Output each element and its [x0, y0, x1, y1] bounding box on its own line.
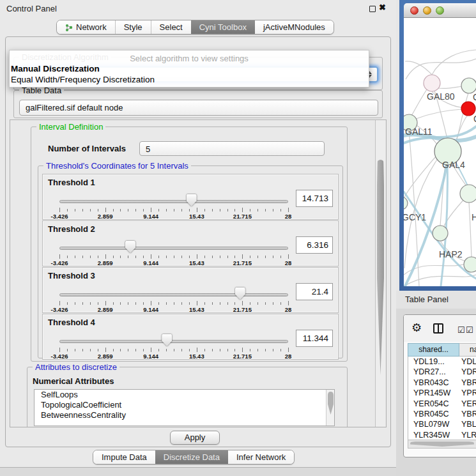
threshold-value-field[interactable]: 6.316 — [296, 236, 333, 254]
table-row[interactable]: YBR045CYBR0 — [408, 409, 476, 419]
tick-mark — [181, 349, 182, 351]
tick-label: 2.859 — [98, 259, 113, 266]
network-node[interactable] — [461, 78, 476, 93]
checkbox-icon[interactable]: ☑ — [457, 325, 465, 335]
threshold-value-field[interactable]: 11.344 — [296, 330, 333, 347]
threshold-value-field[interactable]: 21.4 — [296, 283, 333, 300]
network-edge[interactable] — [469, 203, 472, 257]
tick-mark — [265, 349, 266, 351]
node-label: HAP2 — [439, 249, 463, 259]
tick-mark — [59, 254, 60, 259]
popup-item-manual-discretization[interactable]: Manual Discretization — [10, 63, 369, 74]
popup-item-equal-width-frequency[interactable]: Equal Width/Frequency Discretization — [10, 74, 369, 85]
network-edge[interactable] — [438, 86, 462, 89]
tick-mark — [67, 256, 68, 258]
slider-thumb[interactable] — [235, 288, 245, 300]
network-node[interactable] — [464, 257, 476, 272]
minimize-traffic-light-icon[interactable] — [423, 6, 431, 15]
slider-track[interactable] — [59, 247, 288, 250]
attributes-scrollbar-thumb[interactable] — [328, 392, 334, 415]
apply-button[interactable]: Apply — [170, 431, 220, 445]
tick-label: -3.426 — [51, 259, 68, 266]
zoom-traffic-light-icon[interactable] — [436, 6, 444, 15]
tab-select[interactable]: Select — [151, 20, 191, 34]
tick-mark — [189, 256, 190, 258]
tick-mark — [166, 349, 167, 351]
network-node[interactable] — [404, 197, 408, 210]
slider-thumb[interactable] — [187, 194, 197, 206]
tab-impute-data[interactable]: Impute Data — [93, 450, 155, 464]
list-item[interactable]: TopologicalCoefficient — [35, 400, 334, 410]
network-canvas[interactable]: GAL80GACGAL11GAL4GCY1HHAP2 — [404, 18, 476, 286]
number-of-intervals-combo[interactable]: 5 — [139, 141, 325, 156]
table-row[interactable]: YLR345WYLR3 — [408, 430, 476, 440]
tick-mark — [59, 301, 60, 305]
network-edge[interactable] — [406, 59, 476, 79]
tick-mark — [242, 301, 243, 305]
network-edge[interactable] — [411, 89, 427, 116]
column-header-name[interactable]: na — [459, 343, 476, 357]
table-row[interactable]: YBL079WYBL0 — [408, 419, 476, 429]
table-row[interactable]: YER054CYER0 — [408, 399, 476, 409]
table-hscrollbar-thumb[interactable] — [410, 441, 474, 447]
network-edge[interactable] — [404, 275, 476, 286]
cell-name: YBR0 — [456, 409, 476, 419]
tick-label: 2.859 — [98, 353, 113, 360]
tick-mark — [197, 254, 197, 259]
table-row[interactable]: YPR145WYPR1 — [408, 388, 476, 398]
close-icon[interactable]: ✖ — [379, 3, 386, 12]
table-row[interactable]: YDL19...YDL1 — [408, 357, 476, 367]
checkbox-icon[interactable]: ☑ — [466, 325, 473, 335]
gear-icon[interactable]: ⚙ — [411, 321, 422, 335]
tick-label: -3.426 — [51, 353, 68, 360]
tab-jactivemnodules[interactable]: jActiveMNodules — [255, 20, 334, 34]
columns-icon[interactable] — [433, 323, 443, 334]
slider-track[interactable] — [59, 340, 288, 343]
bottom-tabbar: Impute DataDiscretize DataInfer Network — [93, 450, 295, 464]
network-node[interactable] — [460, 185, 476, 203]
slider-thumb[interactable] — [162, 334, 172, 346]
network-node[interactable] — [424, 75, 440, 91]
threshold-value-field[interactable]: 14.713 — [296, 190, 333, 207]
table-row[interactable]: YDR27...YDR2 — [408, 367, 476, 377]
tab-style[interactable]: Style — [115, 20, 151, 34]
table-row[interactable]: YBR043CYBR0 — [408, 378, 476, 388]
tick-mark — [151, 254, 151, 259]
attributes-scrollbar[interactable] — [326, 390, 334, 426]
tick-mark — [227, 349, 228, 351]
tick-mark — [158, 349, 159, 351]
tick-mark — [212, 209, 213, 211]
tab-discretize-data[interactable]: Discretize Data — [155, 450, 228, 464]
tab-network[interactable]: Network — [57, 20, 115, 34]
column-header-shared[interactable]: shared... — [408, 343, 459, 357]
threshold-label: Threshold 4 — [48, 318, 95, 327]
settings-scrollbar[interactable] — [375, 120, 385, 427]
network-edge[interactable] — [416, 109, 462, 119]
table-hscrollbar[interactable] — [408, 440, 476, 449]
float-window-icon[interactable] — [369, 6, 376, 12]
network-node[interactable] — [433, 226, 448, 241]
tick-mark — [128, 256, 128, 258]
tick-mark — [197, 348, 197, 352]
list-item[interactable]: SelfLoops — [35, 390, 334, 400]
list-item[interactable]: BetweennessCentrality — [35, 410, 334, 420]
node-label: GAL11 — [405, 127, 433, 137]
cyni-toolbox-panel: Discretization Algorithm Table Data galF… — [5, 36, 391, 447]
slider-track[interactable] — [59, 293, 288, 296]
tick-mark — [67, 349, 68, 351]
network-window-titlebar[interactable] — [404, 3, 476, 18]
slider-thumb[interactable] — [125, 241, 135, 253]
slider-track[interactable] — [59, 200, 288, 203]
tick-mark — [181, 209, 182, 211]
tab-cyni-toolbox[interactable]: Cyni Toolbox — [191, 20, 255, 34]
cell-shared-name: YLR345W — [408, 430, 456, 440]
numerical-attributes-list[interactable]: SelfLoopsTopologicalCoefficientBetweenne… — [34, 389, 335, 426]
close-traffic-light-icon[interactable] — [410, 6, 418, 15]
network-edge[interactable] — [409, 131, 419, 286]
table-data-combo[interactable]: galFiltered.sif default node — [19, 100, 378, 116]
network-edge-highlighted[interactable] — [405, 160, 448, 286]
settings-scrollbar-thumb[interactable] — [377, 160, 384, 375]
tick-mark — [82, 209, 83, 211]
tab-infer-network[interactable]: Infer Network — [228, 450, 294, 464]
tick-mark — [90, 256, 91, 258]
